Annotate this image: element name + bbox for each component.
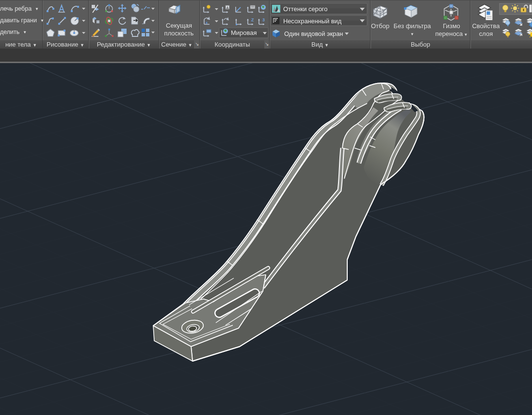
svg-text:Мировая: Мировая (231, 29, 257, 36)
svg-text:Оттенки серого: Оттенки серого (283, 5, 327, 13)
svg-text:x: x (206, 20, 208, 25)
svg-text:Z: Z (251, 17, 254, 22)
svg-text:3: 3 (262, 17, 265, 22)
svg-text:Один видовой экран: Один видовой экран (284, 30, 343, 37)
svg-text:Несохраненный вид: Несохраненный вид (283, 17, 342, 25)
